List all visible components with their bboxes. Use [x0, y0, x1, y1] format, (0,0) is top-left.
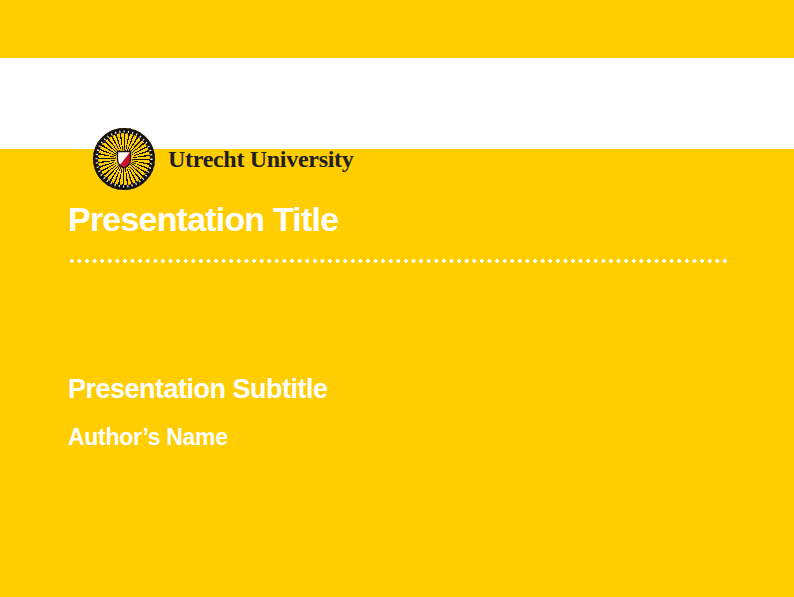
presentation-title: Presentation Title — [68, 200, 338, 239]
dotted-divider-line — [68, 259, 727, 263]
university-wordmark: Utrecht University — [168, 146, 353, 173]
seal-shield-and-rim-text — [93, 128, 155, 190]
title-slide: Utrecht University Presentation Title Pr… — [0, 0, 794, 597]
utrecht-university-seal-icon — [93, 128, 155, 190]
top-yellow-band — [0, 0, 794, 58]
logo-band: Utrecht University — [0, 58, 794, 149]
author-name: Author’s Name — [68, 424, 228, 451]
presentation-subtitle: Presentation Subtitle — [68, 374, 328, 405]
